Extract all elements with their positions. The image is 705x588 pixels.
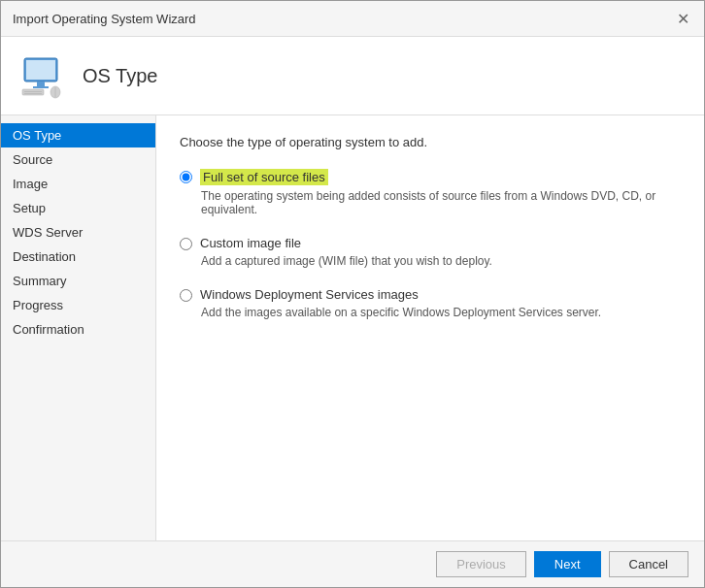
svg-rect-3 — [33, 86, 49, 88]
page-title: OS Type — [83, 65, 157, 87]
sidebar-item-image[interactable]: Image — [1, 172, 155, 196]
radio-custom-image[interactable] — [180, 238, 192, 250]
svg-rect-1 — [26, 60, 55, 80]
sidebar-item-setup[interactable]: Setup — [1, 196, 155, 220]
next-button[interactable]: Next — [534, 551, 601, 577]
title-bar: Import Operating System Wizard ✕ — [1, 1, 704, 37]
content-area: OS TypeSourceImageSetupWDS ServerDestina… — [1, 115, 704, 540]
sidebar-item-source[interactable]: Source — [1, 147, 155, 172]
header: OS Type — [1, 37, 704, 115]
option-group-custom-image: Custom image fileAdd a captured image (W… — [180, 236, 681, 268]
option-row-wds-images: Windows Deployment Services images — [180, 287, 681, 302]
label-custom-image[interactable]: Custom image file — [200, 236, 301, 250]
close-button[interactable]: ✕ — [673, 9, 692, 28]
svg-rect-6 — [24, 93, 42, 94]
label-full-set[interactable]: Full set of source files — [200, 169, 328, 185]
sidebar-item-confirmation[interactable]: Confirmation — [1, 317, 155, 342]
previous-button[interactable]: Previous — [436, 551, 526, 577]
footer: Previous Next Cancel — [1, 540, 704, 587]
label-wds-images[interactable]: Windows Deployment Services images — [200, 287, 419, 302]
option-group-full-set: Full set of source filesThe operating sy… — [180, 169, 681, 216]
window-title: Import Operating System Wizard — [13, 12, 196, 26]
main-description: Choose the type of operating system to a… — [180, 135, 681, 149]
radio-full-set[interactable] — [180, 171, 192, 183]
sidebar-item-destination[interactable]: Destination — [1, 245, 155, 269]
option-row-full-set: Full set of source files — [180, 169, 681, 185]
option-row-custom-image: Custom image file — [180, 236, 681, 250]
options-list: Full set of source filesThe operating sy… — [180, 169, 681, 319]
sidebar: OS TypeSourceImageSetupWDS ServerDestina… — [1, 115, 156, 540]
desc-custom-image: Add a captured image (WIM file) that you… — [201, 254, 681, 268]
radio-wds-images[interactable] — [180, 289, 192, 302]
sidebar-item-summary[interactable]: Summary — [1, 269, 155, 293]
sidebar-item-wds-server[interactable]: WDS Server — [1, 220, 155, 245]
option-group-wds-images: Windows Deployment Services imagesAdd th… — [180, 287, 681, 319]
desc-wds-images: Add the images available on a specific W… — [201, 306, 681, 319]
sidebar-item-os-type[interactable]: OS Type — [1, 123, 155, 147]
cancel-button[interactable]: Cancel — [609, 551, 688, 577]
svg-rect-2 — [37, 82, 45, 86]
svg-rect-5 — [24, 91, 42, 92]
sidebar-item-progress[interactable]: Progress — [1, 293, 155, 317]
main-window: Import Operating System Wizard ✕ OS Type — [0, 0, 705, 588]
desc-full-set: The operating system being added consist… — [201, 189, 681, 216]
computer-icon — [20, 52, 67, 99]
main-content: Choose the type of operating system to a… — [156, 115, 704, 540]
